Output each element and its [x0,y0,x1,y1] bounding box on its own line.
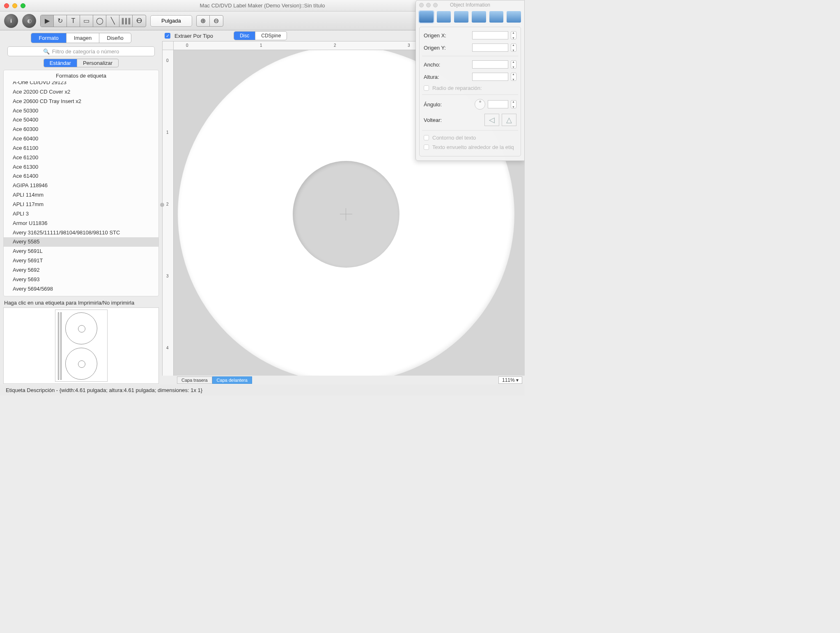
flip-horizontal-button[interactable]: ◁ [484,114,499,126]
format-list[interactable]: A-One CD/DVD 29123Ace 20200 CD Cover x2A… [4,81,158,296]
preview-hint: Haga clic en una etiqueta para Imprimirl… [3,296,159,307]
minimize-window[interactable] [12,3,17,8]
zoom-in-icon[interactable]: ⊕ [197,16,210,26]
search-placeholder: Filtro de categoría o número [52,48,119,55]
tab-cdspine[interactable]: CDSpine [255,32,287,40]
width-label: Ancho: [424,62,470,68]
tab-personalizar[interactable]: Personalizar [77,59,118,67]
radius-checkbox[interactable] [424,85,429,91]
format-list-panel: Formatos de etiqueta A-One CD/DVD 29123A… [3,70,159,296]
tab-disc[interactable]: Disc [234,32,255,40]
layer-tabs: Capa trasera Capa delantera [177,376,252,384]
tab-diseno[interactable]: Diseño [99,33,131,43]
format-item[interactable]: Armor U11836 [4,219,158,228]
format-item[interactable]: Avery 5691T [4,256,158,266]
origin-y-label: Origen Y: [424,45,470,51]
origin-y-stepper[interactable] [511,44,516,52]
panel-title: Object Information [416,2,524,8]
format-item[interactable]: APLI 3 [4,209,158,219]
outline-checkbox[interactable] [424,135,429,140]
flip-label: Voltear: [424,117,482,123]
format-item[interactable]: Ace 60300 [4,125,158,134]
search-input[interactable]: 🔍 Filtro de categoría o número [7,46,155,56]
mask-icon[interactable]: ◐ [22,14,36,28]
format-item[interactable]: APLI 114mm [4,190,158,200]
origin-x-stepper[interactable] [511,31,516,39]
text-tab-icon[interactable] [472,11,486,23]
format-item[interactable]: Avery 5585 [4,237,158,247]
tab-front-layer[interactable]: Capa delantera [212,376,252,384]
geometry-tab-icon[interactable] [419,11,434,23]
format-item[interactable]: Ace 60400 [4,134,158,144]
format-item[interactable]: Ace 61300 [4,163,158,172]
extract-checkbox[interactable]: ✓ [165,33,170,39]
center-crosshair-icon [340,208,352,220]
zoom-level-select[interactable]: 111% ▾ [498,376,522,384]
fill-tab-icon[interactable] [437,11,451,23]
origin-x-input[interactable] [472,31,508,39]
width-stepper[interactable] [511,60,516,69]
sidebar-mode-tabs: Formato Imagen Diseño [31,33,131,43]
label-preview[interactable] [3,307,159,384]
format-item[interactable]: Avery 5692 [4,266,158,275]
tab-formato[interactable]: Formato [31,33,66,43]
effects-tab-icon[interactable] [489,11,504,23]
radius-label: Radio de reparación: [432,85,482,91]
rotate-tool[interactable]: ↻ [54,15,67,27]
tab-imagen[interactable]: Imagen [67,33,99,43]
format-item[interactable]: Ace 61100 [4,144,158,153]
sidebar-resize-grip[interactable] [160,203,164,207]
zoom-window[interactable] [21,3,25,8]
format-item[interactable]: Avery 5691L [4,247,158,256]
image-tab-icon[interactable] [454,11,468,23]
tab-estandar[interactable]: Estándar [44,59,77,67]
format-item[interactable]: Ace 50400 [4,115,158,125]
outline-label: Contorno del texto [432,135,476,141]
unit-button[interactable]: Pulgada [150,15,192,27]
barcode-tool[interactable]: ∥∥∥ [119,15,133,27]
ellipse-tool[interactable]: ◯ [93,15,106,27]
format-item[interactable]: Ace 20200 CD Cover x2 [4,87,158,97]
format-item[interactable]: Ace 61200 [4,153,158,163]
format-item[interactable]: Ace 20600 CD Tray Insert x2 [4,97,158,106]
angle-dial[interactable] [475,99,485,110]
height-label: Altura: [424,74,470,80]
height-stepper[interactable] [511,73,516,81]
close-window[interactable] [4,3,9,8]
tool-palette: ▶ ↻ T ▭ ◯ ╲ ∥∥∥ ⴱ [40,15,146,27]
arrange-tab-icon[interactable] [507,11,521,23]
width-input[interactable] [472,60,508,69]
text-tool[interactable]: T [67,15,80,27]
search-icon: 🔍 [43,48,50,55]
select-tool[interactable]: ▶ [41,15,54,27]
vertical-ruler: 0 1 2 3 4 [162,50,174,376]
format-item[interactable]: A-One CD/DVD 29123 [4,81,158,87]
origin-x-label: Origen X: [424,32,470,39]
tab-back-layer[interactable]: Capa trasera [177,376,212,384]
spiral-tool[interactable]: ⴱ [133,15,146,27]
flip-vertical-button[interactable]: △ [502,114,516,126]
origin-y-input[interactable] [472,44,508,52]
left-sidebar: Formato Imagen Diseño 🔍 Filtro de catego… [0,30,162,385]
wrap-label: Texto envuelto alrededor de la etiq [432,144,514,150]
format-item[interactable]: Avery 5694/5698 [4,284,158,294]
rect-tool[interactable]: ▭ [80,15,93,27]
format-item[interactable]: AGIPA 118946 [4,181,158,190]
angle-input[interactable] [488,100,508,108]
line-tool[interactable]: ╲ [106,15,119,27]
angle-label: Ángulo: [424,101,472,108]
angle-stepper[interactable] [511,100,516,108]
status-bar: Etiqueta Descripción - {width:4.61 pulga… [0,385,525,395]
label-type-tabs: Disc CDSpine [234,31,287,40]
format-item[interactable]: APLI 117mm [4,200,158,209]
extract-label: Extraer Por Tipo [174,33,213,39]
wrap-checkbox[interactable] [424,144,429,150]
zoom-out-icon[interactable]: ⊖ [210,16,223,26]
format-item[interactable]: Avery 5693 [4,275,158,284]
info-icon[interactable]: i [4,14,18,28]
object-info-panel: Object Information Origen X: Origen Y: A… [415,0,525,161]
height-input[interactable] [472,73,508,81]
format-item[interactable]: Avery 31625/11111/98104/98108/98110 STC [4,228,158,238]
format-item[interactable]: Ace 61400 [4,172,158,181]
format-item[interactable]: Ace 50300 [4,106,158,116]
